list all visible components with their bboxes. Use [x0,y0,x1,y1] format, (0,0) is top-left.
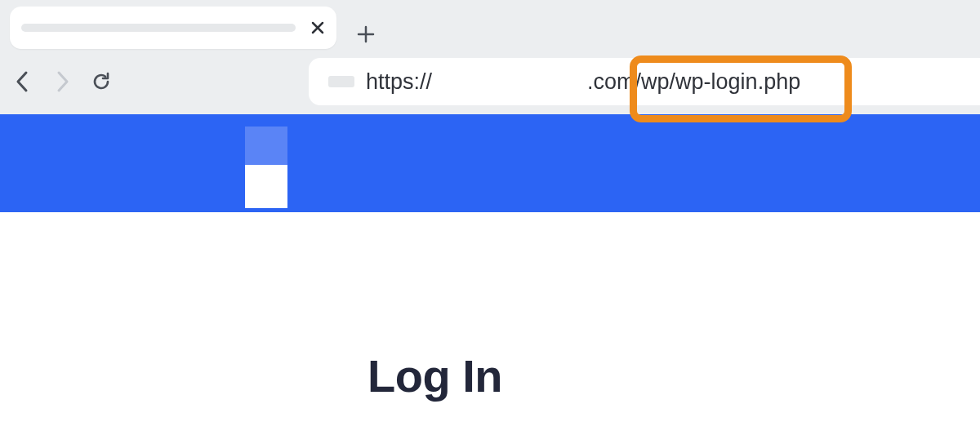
logo-bottom-block [245,165,287,208]
reload-button[interactable] [82,62,121,101]
nav-toolbar: https:// .com /wp/wp-login.php [0,49,980,114]
page-body: Log In [0,212,980,444]
new-tab-button[interactable] [351,20,381,49]
active-tab[interactable] [10,7,336,49]
site-header-banner [0,114,980,212]
forward-button[interactable] [42,62,82,101]
tab-title-placeholder [21,24,296,32]
plus-icon [357,25,375,43]
address-bar[interactable]: https:// .com /wp/wp-login.php [309,58,980,105]
login-heading: Log In [368,349,502,402]
close-tab-icon[interactable] [310,20,325,35]
tab-strip [0,0,980,49]
url-path: /wp/wp-login.php [635,69,801,95]
url-scheme: https:// [366,69,432,95]
logo-top-block [245,127,287,165]
reload-icon [90,70,113,93]
chevron-left-icon [14,70,32,93]
url-tld: .com [587,69,635,95]
site-logo[interactable] [245,127,287,208]
back-button[interactable] [3,62,42,101]
chevron-right-icon [53,70,71,93]
ssl-indicator [328,76,354,87]
